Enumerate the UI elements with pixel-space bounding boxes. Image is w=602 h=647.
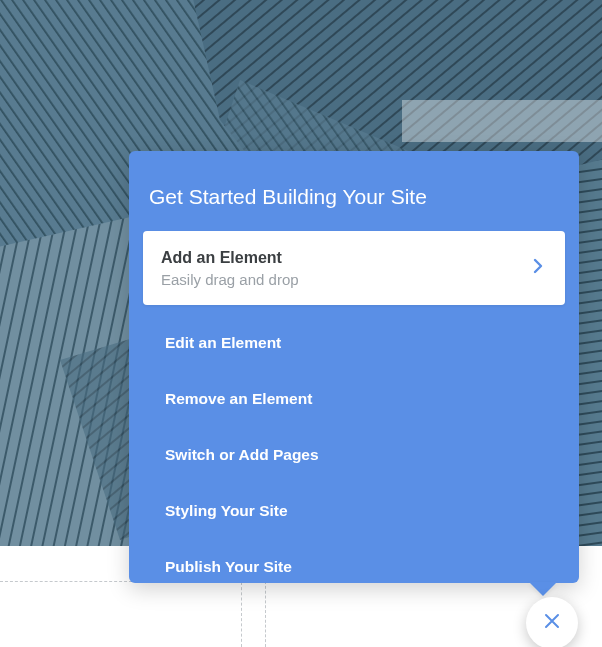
popover-items: Edit an Element Remove an Element Switch…: [129, 305, 579, 595]
popover-item-publish[interactable]: Publish Your Site: [129, 539, 579, 595]
popover-item-add-element[interactable]: Add an Element Easily drag and drop: [143, 231, 565, 305]
close-icon: [542, 611, 562, 635]
page: Get Started Building Your Site Add an El…: [0, 0, 602, 647]
popover-item-remove-element[interactable]: Remove an Element: [129, 371, 579, 427]
close-popover-button[interactable]: [526, 597, 578, 647]
popover-item-styling[interactable]: Styling Your Site: [129, 483, 579, 539]
popover-item-subtitle: Easily drag and drop: [161, 271, 547, 288]
chevron-right-icon: [533, 258, 543, 278]
popover-item-switch-pages[interactable]: Switch or Add Pages: [129, 427, 579, 483]
popover-item-edit-element[interactable]: Edit an Element: [129, 315, 579, 371]
get-started-popover: Get Started Building Your Site Add an El…: [129, 151, 579, 583]
popover-title: Get Started Building Your Site: [129, 151, 579, 231]
popover-tail: [529, 582, 557, 596]
hero-overlay-panel: [402, 100, 602, 142]
popover-item-title: Add an Element: [161, 249, 547, 267]
